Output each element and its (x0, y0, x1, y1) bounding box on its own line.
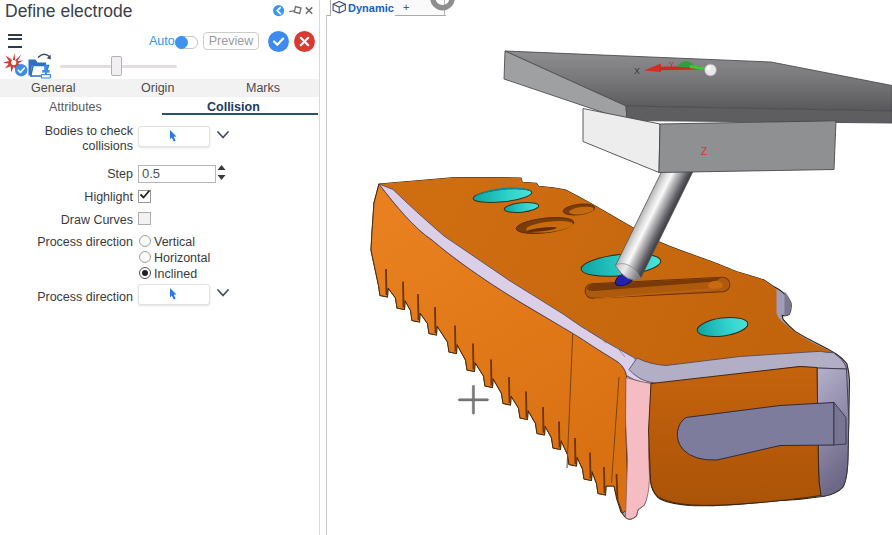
svg-text:Y: Y (669, 60, 675, 69)
svg-text:X: X (634, 66, 640, 76)
svg-text:Z: Z (701, 145, 708, 157)
